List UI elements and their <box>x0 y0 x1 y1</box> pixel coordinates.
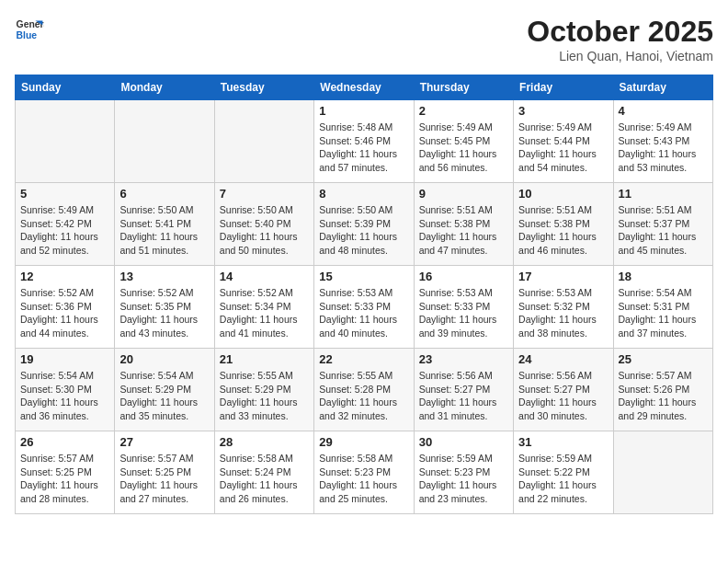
day-info: Sunrise: 5:50 AM Sunset: 5:40 PM Dayligh… <box>220 203 309 258</box>
day-info: Sunrise: 5:56 AM Sunset: 5:27 PM Dayligh… <box>518 369 608 423</box>
column-header-sunday: Sunday <box>16 75 115 100</box>
day-number: 11 <box>619 187 708 201</box>
day-number: 29 <box>319 435 408 449</box>
day-info: Sunrise: 5:52 AM Sunset: 5:35 PM Dayligh… <box>119 286 209 340</box>
day-info: Sunrise: 5:50 AM Sunset: 5:39 PM Dayligh… <box>319 203 408 258</box>
calendar-cell <box>16 100 115 183</box>
column-header-friday: Friday <box>514 75 613 100</box>
calendar-cell: 28Sunrise: 5:58 AM Sunset: 5:24 PM Dayli… <box>214 431 313 514</box>
calendar-cell: 16Sunrise: 5:53 AM Sunset: 5:33 PM Dayli… <box>414 266 513 349</box>
week-row-4: 19Sunrise: 5:54 AM Sunset: 5:30 PM Dayli… <box>16 349 713 431</box>
day-info: Sunrise: 5:53 AM Sunset: 5:32 PM Dayligh… <box>518 286 608 340</box>
calendar-cell: 18Sunrise: 5:54 AM Sunset: 5:31 PM Dayli… <box>613 266 712 349</box>
location-subtitle: Lien Quan, Hanoi, Vietnam <box>527 49 713 63</box>
day-info: Sunrise: 5:59 AM Sunset: 5:23 PM Dayligh… <box>419 452 508 506</box>
day-number: 18 <box>619 270 708 283</box>
calendar-cell: 17Sunrise: 5:53 AM Sunset: 5:32 PM Dayli… <box>514 266 613 349</box>
day-number: 16 <box>419 270 508 283</box>
week-row-2: 5Sunrise: 5:49 AM Sunset: 5:42 PM Daylig… <box>16 183 713 266</box>
day-number: 4 <box>619 104 708 118</box>
day-number: 17 <box>518 270 608 283</box>
calendar-cell: 24Sunrise: 5:56 AM Sunset: 5:27 PM Dayli… <box>514 349 613 431</box>
day-info: Sunrise: 5:51 AM Sunset: 5:38 PM Dayligh… <box>419 203 508 258</box>
calendar-cell: 21Sunrise: 5:55 AM Sunset: 5:29 PM Dayli… <box>214 349 313 431</box>
day-info: Sunrise: 5:50 AM Sunset: 5:41 PM Dayligh… <box>119 203 209 258</box>
day-info: Sunrise: 5:49 AM Sunset: 5:44 PM Dayligh… <box>518 121 608 175</box>
day-number: 5 <box>20 187 109 201</box>
day-info: Sunrise: 5:53 AM Sunset: 5:33 PM Dayligh… <box>319 286 408 340</box>
calendar-cell <box>613 431 712 514</box>
day-info: Sunrise: 5:54 AM Sunset: 5:31 PM Dayligh… <box>619 286 708 340</box>
day-number: 2 <box>419 104 508 118</box>
column-header-tuesday: Tuesday <box>214 75 313 100</box>
day-info: Sunrise: 5:55 AM Sunset: 5:29 PM Dayligh… <box>220 369 309 423</box>
column-header-thursday: Thursday <box>414 75 513 100</box>
day-info: Sunrise: 5:58 AM Sunset: 5:24 PM Dayligh… <box>220 452 309 506</box>
day-info: Sunrise: 5:58 AM Sunset: 5:23 PM Dayligh… <box>319 452 408 506</box>
calendar-cell: 31Sunrise: 5:59 AM Sunset: 5:22 PM Dayli… <box>514 431 613 514</box>
calendar-header-row: SundayMondayTuesdayWednesdayThursdayFrid… <box>16 75 713 100</box>
column-header-monday: Monday <box>115 75 214 100</box>
day-number: 15 <box>319 270 408 283</box>
day-info: Sunrise: 5:57 AM Sunset: 5:25 PM Dayligh… <box>119 452 209 506</box>
day-number: 31 <box>518 435 608 449</box>
calendar-cell: 9Sunrise: 5:51 AM Sunset: 5:38 PM Daylig… <box>414 183 513 266</box>
day-number: 22 <box>319 352 408 366</box>
day-number: 23 <box>419 352 508 366</box>
page-header: General Blue October 2025 Lien Quan, Han… <box>15 15 713 63</box>
calendar-cell: 11Sunrise: 5:51 AM Sunset: 5:37 PM Dayli… <box>613 183 712 266</box>
calendar-cell: 2Sunrise: 5:49 AM Sunset: 5:45 PM Daylig… <box>414 100 513 183</box>
day-info: Sunrise: 5:57 AM Sunset: 5:26 PM Dayligh… <box>619 369 708 423</box>
calendar-cell <box>115 100 214 183</box>
calendar-cell: 25Sunrise: 5:57 AM Sunset: 5:26 PM Dayli… <box>613 349 712 431</box>
calendar-cell: 22Sunrise: 5:55 AM Sunset: 5:28 PM Dayli… <box>314 349 414 431</box>
day-info: Sunrise: 5:56 AM Sunset: 5:27 PM Dayligh… <box>419 369 508 423</box>
column-header-wednesday: Wednesday <box>314 75 414 100</box>
day-info: Sunrise: 5:49 AM Sunset: 5:42 PM Dayligh… <box>20 203 109 258</box>
day-info: Sunrise: 5:51 AM Sunset: 5:37 PM Dayligh… <box>619 203 708 258</box>
day-number: 13 <box>119 270 209 283</box>
day-number: 21 <box>220 352 309 366</box>
day-info: Sunrise: 5:48 AM Sunset: 5:46 PM Dayligh… <box>319 121 408 175</box>
calendar-cell: 5Sunrise: 5:49 AM Sunset: 5:42 PM Daylig… <box>16 183 115 266</box>
calendar-cell: 10Sunrise: 5:51 AM Sunset: 5:38 PM Dayli… <box>514 183 613 266</box>
day-number: 8 <box>319 187 408 201</box>
week-row-3: 12Sunrise: 5:52 AM Sunset: 5:36 PM Dayli… <box>16 266 713 349</box>
calendar-cell: 8Sunrise: 5:50 AM Sunset: 5:39 PM Daylig… <box>314 183 414 266</box>
day-number: 1 <box>319 104 408 118</box>
calendar-cell: 12Sunrise: 5:52 AM Sunset: 5:36 PM Dayli… <box>16 266 115 349</box>
calendar-cell: 4Sunrise: 5:49 AM Sunset: 5:43 PM Daylig… <box>613 100 712 183</box>
day-number: 24 <box>518 352 608 366</box>
day-number: 3 <box>518 104 608 118</box>
day-info: Sunrise: 5:59 AM Sunset: 5:22 PM Dayligh… <box>518 452 608 506</box>
calendar-cell: 1Sunrise: 5:48 AM Sunset: 5:46 PM Daylig… <box>314 100 414 183</box>
logo-icon: General Blue <box>15 15 44 44</box>
calendar-cell: 14Sunrise: 5:52 AM Sunset: 5:34 PM Dayli… <box>214 266 313 349</box>
calendar-cell: 27Sunrise: 5:57 AM Sunset: 5:25 PM Dayli… <box>115 431 214 514</box>
day-number: 10 <box>518 187 608 201</box>
month-title: October 2025 <box>527 15 713 49</box>
day-info: Sunrise: 5:52 AM Sunset: 5:34 PM Dayligh… <box>220 286 309 340</box>
calendar-cell: 26Sunrise: 5:57 AM Sunset: 5:25 PM Dayli… <box>16 431 115 514</box>
calendar-cell: 13Sunrise: 5:52 AM Sunset: 5:35 PM Dayli… <box>115 266 214 349</box>
week-row-1: 1Sunrise: 5:48 AM Sunset: 5:46 PM Daylig… <box>16 100 713 183</box>
calendar-cell: 29Sunrise: 5:58 AM Sunset: 5:23 PM Dayli… <box>314 431 414 514</box>
day-number: 28 <box>220 435 309 449</box>
day-info: Sunrise: 5:52 AM Sunset: 5:36 PM Dayligh… <box>20 286 109 340</box>
logo: General Blue <box>15 15 44 44</box>
day-number: 26 <box>20 435 109 449</box>
calendar-cell: 3Sunrise: 5:49 AM Sunset: 5:44 PM Daylig… <box>514 100 613 183</box>
calendar-table: SundayMondayTuesdayWednesdayThursdayFrid… <box>15 75 713 514</box>
day-info: Sunrise: 5:55 AM Sunset: 5:28 PM Dayligh… <box>319 369 408 423</box>
day-number: 14 <box>220 270 309 283</box>
column-header-saturday: Saturday <box>613 75 712 100</box>
svg-text:Blue: Blue <box>17 30 38 40</box>
calendar-cell <box>214 100 313 183</box>
day-number: 27 <box>119 435 209 449</box>
day-number: 30 <box>419 435 508 449</box>
week-row-5: 26Sunrise: 5:57 AM Sunset: 5:25 PM Dayli… <box>16 431 713 514</box>
calendar-cell: 30Sunrise: 5:59 AM Sunset: 5:23 PM Dayli… <box>414 431 513 514</box>
calendar-cell: 23Sunrise: 5:56 AM Sunset: 5:27 PM Dayli… <box>414 349 513 431</box>
day-number: 9 <box>419 187 508 201</box>
day-info: Sunrise: 5:51 AM Sunset: 5:38 PM Dayligh… <box>518 203 608 258</box>
